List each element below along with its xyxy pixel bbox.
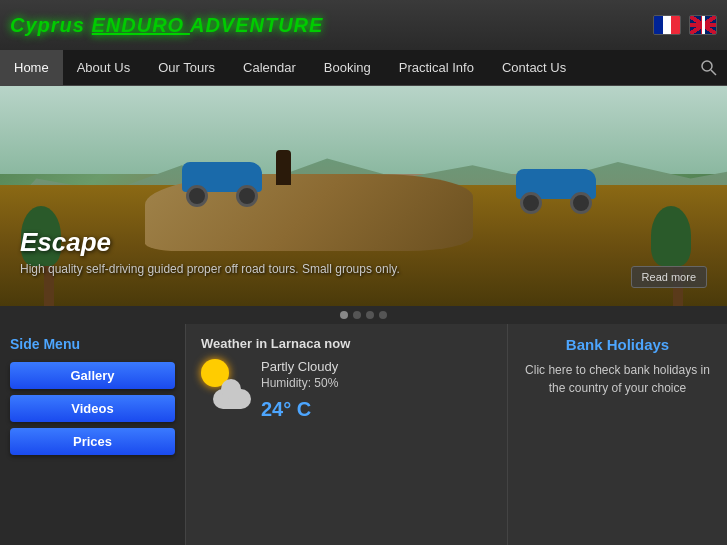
- flag-french[interactable]: [653, 15, 681, 35]
- svg-point-0: [702, 61, 712, 71]
- hero-sky: [0, 86, 727, 174]
- side-menu-title: Side Menu: [10, 336, 175, 352]
- weather-title: Weather in Larnaca now: [201, 336, 492, 351]
- svg-line-1: [711, 70, 716, 75]
- logo-part2: ENDURO: [91, 14, 189, 36]
- search-icon: [701, 60, 717, 76]
- navbar: Home About Us Our Tours Calendar Booking…: [0, 50, 727, 86]
- search-button[interactable]: [701, 50, 727, 85]
- slider-dot-3[interactable]: [366, 311, 374, 319]
- weather-temperature: 24° C: [261, 398, 338, 421]
- hero-banner: Escape High quality self-driving guided …: [0, 86, 727, 306]
- slider-dots: [0, 306, 727, 324]
- nav-booking[interactable]: Booking: [310, 50, 385, 85]
- weather-info: Partly Cloudy Humidity: 50% 24° C: [261, 359, 338, 421]
- tree-right: [666, 206, 691, 306]
- bank-holidays-widget[interactable]: Bank Holidays Clic here to check bank ho…: [507, 324, 727, 545]
- prices-button[interactable]: Prices: [10, 428, 175, 455]
- read-more-button[interactable]: Read more: [631, 266, 707, 288]
- gallery-button[interactable]: Gallery: [10, 362, 175, 389]
- logo-part1: Cyprus: [10, 14, 91, 36]
- videos-button[interactable]: Videos: [10, 395, 175, 422]
- slider-dot-2[interactable]: [353, 311, 361, 319]
- language-flags: [653, 15, 717, 35]
- side-menu: Side Menu Gallery Videos Prices: [0, 324, 185, 545]
- weather-content: Partly Cloudy Humidity: 50% 24° C: [201, 359, 492, 421]
- nav-home[interactable]: Home: [0, 50, 63, 85]
- flag-english[interactable]: [689, 15, 717, 35]
- nav-practical[interactable]: Practical Info: [385, 50, 488, 85]
- bank-holidays-text: Clic here to check bank holidays in the …: [523, 361, 712, 397]
- nav-tours[interactable]: Our Tours: [144, 50, 229, 85]
- person-silhouette: [276, 150, 291, 185]
- site-logo: Cyprus ENDURO ADVENTURE: [10, 14, 323, 37]
- hero-subtitle: High quality self-driving guided proper …: [20, 262, 400, 276]
- weather-humidity: Humidity: 50%: [261, 376, 338, 390]
- hero-title: Escape: [20, 227, 400, 258]
- nav-about[interactable]: About Us: [63, 50, 144, 85]
- slider-dot-1[interactable]: [340, 311, 348, 319]
- atv-right: [516, 164, 596, 214]
- cloud-icon: [213, 389, 251, 409]
- nav-calendar[interactable]: Calendar: [229, 50, 310, 85]
- atv-left: [182, 157, 262, 207]
- header: Cyprus ENDURO ADVENTURE: [0, 0, 727, 50]
- logo-part3: ADVENTURE: [190, 14, 323, 36]
- hero-text-overlay: Escape High quality self-driving guided …: [20, 227, 400, 276]
- nav-contact[interactable]: Contact Us: [488, 50, 580, 85]
- bank-holidays-title: Bank Holidays: [523, 336, 712, 353]
- weather-widget: Weather in Larnaca now Partly Cloudy Hum…: [185, 324, 507, 545]
- slider-dot-4[interactable]: [379, 311, 387, 319]
- bottom-section: Side Menu Gallery Videos Prices Weather …: [0, 324, 727, 545]
- weather-condition: Partly Cloudy: [261, 359, 338, 374]
- weather-icon: [201, 359, 251, 409]
